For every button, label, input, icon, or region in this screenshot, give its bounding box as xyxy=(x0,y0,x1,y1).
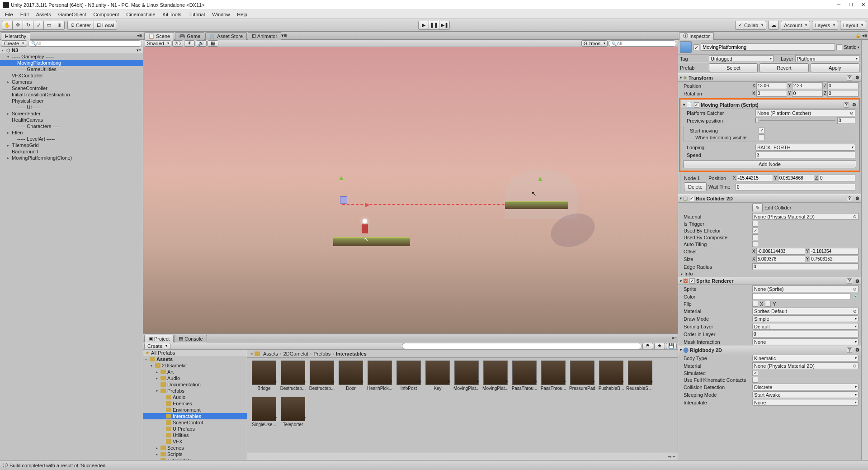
platform-object[interactable] xyxy=(505,201,568,209)
sprite-field[interactable]: None (Sprite) xyxy=(752,285,859,292)
collision-detection-dropdown[interactable]: Discrete xyxy=(752,384,859,390)
asset-item[interactable]: ▸MovingPlat... xyxy=(453,361,481,396)
project-tree-item[interactable]: Interactables xyxy=(143,413,247,419)
y-axis-gizmo-icon[interactable]: ▲ xyxy=(537,175,544,183)
audio-toggle[interactable]: 🔊 xyxy=(196,40,207,47)
info-foldout[interactable]: Info xyxy=(684,271,693,276)
step-button[interactable]: ▶❚ xyxy=(439,21,450,30)
node-z-input[interactable] xyxy=(819,175,855,181)
hierarchy-item[interactable]: ▸Cameras xyxy=(0,79,143,85)
filter-button[interactable]: ⚑ xyxy=(642,343,653,349)
gear-icon[interactable]: ⚙ xyxy=(855,75,859,80)
asset-item[interactable]: ▸Door xyxy=(337,361,365,396)
hierarchy-item[interactable]: InitialTransitionDestination xyxy=(0,91,143,98)
console-tab[interactable]: ▤ Console xyxy=(175,335,207,342)
prefab-apply-button[interactable]: Apply xyxy=(811,63,859,72)
hierarchy-item[interactable]: ----- Characters ----- xyxy=(0,123,143,129)
hierarchy-item[interactable]: PhysicsHelper xyxy=(0,98,143,104)
node-y-input[interactable] xyxy=(778,175,814,181)
menu-tutorial[interactable]: Tutorial xyxy=(185,11,208,18)
asset-item[interactable]: ▸PassThrou... xyxy=(510,361,538,396)
project-tree-item[interactable]: VFX xyxy=(143,438,247,445)
pos-y-input[interactable] xyxy=(792,82,823,89)
used-by-effector-checkbox[interactable]: ✓ xyxy=(752,228,758,233)
asset-item[interactable]: ▸HealthPick... xyxy=(366,361,394,396)
rb-material-field[interactable]: None (Physics Material 2D) xyxy=(752,362,859,369)
project-tree-item[interactable]: Audio xyxy=(143,394,247,400)
interpolate-dropdown[interactable]: None xyxy=(752,399,859,406)
y-axis-gizmo-icon[interactable]: ▲ xyxy=(338,174,345,182)
hierarchy-item[interactable]: ----- UI ----- xyxy=(0,104,143,110)
material-field[interactable]: None (Physics Material 2D) xyxy=(752,213,859,220)
rect-tool-button[interactable]: ▭ xyxy=(43,21,54,30)
transform-header[interactable]: ▾⚹Transform ?⚙ xyxy=(678,73,861,82)
scene-viewport[interactable]: ▲ ▲ ▶ ▶ ↖ xyxy=(143,47,678,333)
prefab-revert-button[interactable]: Revert xyxy=(760,63,808,72)
speed-input[interactable] xyxy=(755,152,855,158)
project-tree-item[interactable]: ▾Assets xyxy=(143,356,247,362)
layer-dropdown[interactable]: Platform xyxy=(795,55,860,62)
close-button[interactable]: ✕ xyxy=(861,2,865,8)
project-tree-item[interactable]: ▾Prefabs xyxy=(143,388,247,394)
asset-item[interactable]: ▸Destructab... xyxy=(279,361,307,396)
character-object[interactable]: ↖ xyxy=(356,219,374,246)
filter-type-button[interactable]: ★ xyxy=(654,343,665,349)
asset-item[interactable]: ▸PushableB... xyxy=(597,361,625,396)
rotate-tool-button[interactable]: ↻ xyxy=(23,21,33,30)
hierarchy-item[interactable]: SceneController xyxy=(0,85,143,91)
project-tree-item[interactable]: ▸Scenes xyxy=(143,445,247,451)
menu-component[interactable]: Component xyxy=(90,11,122,18)
scene-tab[interactable]: 📋 Scene xyxy=(144,32,174,40)
project-tree-item[interactable]: Documentation xyxy=(143,381,247,388)
body-type-dropdown[interactable]: Kinematic xyxy=(752,355,859,361)
project-tree-item[interactable]: Environment xyxy=(143,407,247,413)
x-axis-gizmo-icon[interactable]: ▶ xyxy=(365,201,370,208)
hierarchy-item[interactable]: ----- GameUtilities ----- xyxy=(0,66,143,72)
menu-file[interactable]: File xyxy=(2,11,16,18)
sorting-layer-dropdown[interactable]: Default xyxy=(752,323,859,330)
project-search-input[interactable] xyxy=(402,343,642,349)
asset-item[interactable]: ▸PressurePad xyxy=(568,361,596,396)
pos-x-input[interactable] xyxy=(756,82,787,89)
pivot-local-button[interactable]: ⊡ Local xyxy=(94,21,117,30)
full-kinematic-checkbox[interactable] xyxy=(752,377,758,383)
flip-y-checkbox[interactable] xyxy=(765,301,771,307)
menu-assets[interactable]: Assets xyxy=(33,11,54,18)
layers-dropdown[interactable]: Layers xyxy=(812,21,838,30)
prefab-select-button[interactable]: Select xyxy=(709,63,758,72)
gear-icon[interactable]: ⚙ xyxy=(855,347,859,352)
eyedropper-icon[interactable]: 💉 xyxy=(852,294,859,299)
play-button[interactable]: ▶ xyxy=(418,21,429,30)
maximize-button[interactable]: ☐ xyxy=(849,2,853,8)
platform-catcher-field[interactable]: None (Platform Catcher) xyxy=(755,109,855,116)
project-tree-item[interactable]: ▾2DGamekit xyxy=(143,362,247,369)
breadcrumb-item[interactable]: Interactables xyxy=(336,351,367,356)
menu-gameobject[interactable]: GameObject xyxy=(55,11,90,18)
wait-time-input[interactable] xyxy=(736,184,855,190)
sprite-renderer-header[interactable]: ▾🖼 ✓ Sprite Renderer ?⚙ xyxy=(678,277,861,285)
inspector-tab[interactable]: ⓘ Inspector xyxy=(679,32,714,40)
hierarchy-item[interactable]: ▸TilemapGrid xyxy=(0,142,143,148)
project-tree-item[interactable]: Utilities xyxy=(143,432,247,438)
scene-search-input[interactable]: 🔍All xyxy=(609,40,676,47)
looping-dropdown[interactable]: BACK_FORTH xyxy=(755,144,855,151)
project-create-dropdown[interactable]: Create xyxy=(144,343,170,349)
help-icon[interactable]: ? xyxy=(844,102,849,108)
help-icon[interactable]: ? xyxy=(847,347,852,353)
panel-menu-icon[interactable]: ▾≡ xyxy=(281,33,287,38)
static-checkbox[interactable] xyxy=(836,44,842,50)
gizmos-dropdown[interactable]: Gizmos xyxy=(581,40,608,47)
gameobject-name-input[interactable] xyxy=(701,43,835,51)
hierarchy-item[interactable]: ▾----- Gameplay ----- xyxy=(0,53,143,60)
panel-menu-icon[interactable]: ▾≡ xyxy=(137,33,142,38)
rigidbody-header[interactable]: ▾⬤ Rigidbody 2D ?⚙ xyxy=(678,346,861,354)
project-tree-item[interactable]: UIPrefabs xyxy=(143,426,247,432)
project-tree-item[interactable]: ▸Scripts xyxy=(143,451,247,457)
project-tree-item[interactable]: SceneControl xyxy=(143,419,247,426)
scene-row[interactable]: ▾⬡ N3 ▾≡ xyxy=(0,47,143,53)
breadcrumb-item[interactable]: 2DGamekit xyxy=(283,351,308,356)
sprite-material-field[interactable]: Sprites-Default xyxy=(752,308,859,314)
pos-z-input[interactable] xyxy=(827,82,859,89)
hierarchy-item[interactable]: ----- LevelArt ----- xyxy=(0,136,143,142)
edit-collider-button[interactable]: ✎ xyxy=(752,203,763,212)
